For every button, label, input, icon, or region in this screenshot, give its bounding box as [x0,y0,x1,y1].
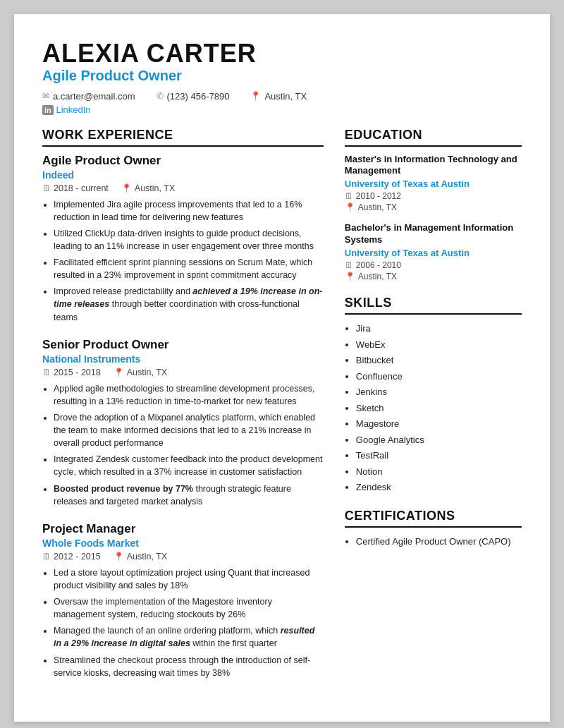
linkedin-link[interactable]: LinkedIn [56,104,90,115]
skill-bitbucket: Bitbucket [356,353,522,368]
bullet-3-4: Streamlined the checkout process through… [54,654,324,679]
job-period-2: 🗓 2015 - 2018 [42,368,101,377]
bullet-1-3: Facilitated efficient sprint planning se… [54,256,324,281]
bullet-1-1: Implemented Jira agile process improveme… [54,198,324,224]
edu-period-1: 🗓 2010 - 2012 [345,191,522,201]
job-block-3: Project Manager Whole Foods Market 🗓 201… [42,522,324,679]
skill-magestore: Magestore [356,417,522,431]
job-title-1: Agile Product Owner [42,154,324,168]
job-meta-1: 🗓 2018 - current 📍 Austin, TX [42,183,324,193]
left-column: WORK EXPERIENCE Agile Product Owner Inde… [42,128,324,693]
skill-zendesk: Zendesk [356,480,522,495]
candidate-name: ALEXIA CARTER [42,40,522,68]
work-experience-section-title: WORK EXPERIENCE [42,128,324,147]
job-bullets-1: Implemented Jira agile process improveme… [42,198,324,324]
right-column: EDUCATION Master's in Information Techno… [345,128,522,693]
email-item: ✉ a.carter@email.com [42,91,135,102]
edu-meta-1: 🗓 2010 - 2012 📍 Austin, TX [345,191,522,212]
email-icon: ✉ [42,91,49,101]
bullet-3-2: Oversaw the implementation of the Magest… [54,595,324,621]
emphasis-2: Boosted product revenue by 77% [54,484,193,494]
emphasis-3: resulted in a 29% increase in digital sa… [54,626,314,648]
skill-testrail: TestRail [356,449,522,463]
edu-meta-2: 🗓 2006 - 2010 📍 Austin, TX [345,260,522,281]
job-meta-2: 🗓 2015 - 2018 📍 Austin, TX [42,368,324,377]
job-company-1: Indeed [42,169,324,181]
bullet-2-4: Boosted product revenue by 77% through s… [54,483,324,508]
certifications-section-title: CERTIFICATIONS [345,509,522,528]
skill-confluence: Confluence [356,370,522,384]
job-block-1: Agile Product Owner Indeed 🗓 2018 - curr… [42,154,324,324]
skills-section-title: SKILLS [345,296,522,315]
job-location-1: 📍 Austin, TX [121,183,175,193]
location-icon: 📍 [250,91,261,101]
emphasis-1: achieved a 19% increase in on-time relea… [54,286,322,309]
phone-icon: ✆ [157,91,164,101]
bullet-3-1: Led a store layout optimization project … [54,566,324,592]
calendar-icon-3: 🗓 [42,552,51,562]
edu-period-2: 🗓 2006 - 2010 [345,260,522,270]
header: ALEXIA CARTER Agile Product Owner ✉ a.ca… [42,40,522,115]
job-bullets-2: Applied agile methodologies to streamlin… [42,382,324,508]
edu-degree-1: Master's in Information Technology and M… [345,154,522,178]
job-period-1: 🗓 2018 - current [42,183,109,193]
bullet-2-2: Drove the adoption of a Mixpanel analyti… [54,411,324,449]
job-location-2: 📍 Austin, TX [114,368,167,377]
skill-google-analytics: Google Analytics [356,433,522,447]
edu-block-1: Master's in Information Technology and M… [345,154,522,213]
job-location-3: 📍 Austin, TX [114,552,167,562]
skill-notion: Notion [356,465,522,479]
edu-school-2: University of Texas at Austin [345,248,522,258]
candidate-title: Agile Product Owner [42,68,522,84]
pin-icon-2: 📍 [114,368,124,377]
linkedin-row: in LinkedIn [42,104,522,115]
calendar-icon-1: 🗓 [42,183,51,193]
main-content: WORK EXPERIENCE Agile Product Owner Inde… [42,128,522,693]
job-meta-3: 🗓 2012 - 2015 📍 Austin, TX [42,552,324,562]
certifications-section: CERTIFICATIONS Certified Agile Product O… [345,509,522,549]
skill-jenkins: Jenkins [356,385,522,399]
contact-row: ✉ a.carter@email.com ✆ (123) 456-7890 📍 … [42,91,522,102]
edu-block-2: Bachelor's in Management Information Sys… [345,222,522,281]
skills-list: Jira WebEx Bitbucket Confluence Jenkins … [345,322,522,495]
email-value: a.carter@email.com [53,91,135,102]
skill-sketch: Sketch [356,401,522,415]
edu-pin-icon-1: 📍 [345,202,355,212]
job-title-3: Project Manager [42,522,324,536]
edu-cal-icon-2: 🗓 [345,260,353,270]
education-section-title: EDUCATION [345,128,522,147]
pin-icon-1: 📍 [121,183,132,193]
education-section: EDUCATION Master's in Information Techno… [345,128,522,282]
edu-location-1: 📍 Austin, TX [345,202,522,212]
bullet-1-4: Improved release predictability and achi… [54,285,324,323]
edu-cal-icon-1: 🗓 [345,191,353,201]
job-bullets-3: Led a store layout optimization project … [42,566,324,679]
edu-pin-icon-2: 📍 [345,272,355,281]
phone-item: ✆ (123) 456-7890 [157,91,230,102]
edu-degree-2: Bachelor's in Management Information Sys… [345,222,522,246]
skills-section: SKILLS Jira WebEx Bitbucket Confluence J… [345,296,522,495]
skill-webex: WebEx [356,338,522,352]
job-title-2: Senior Product Owner [42,338,324,352]
job-period-3: 🗓 2012 - 2015 [42,552,101,562]
bullet-3-3: Managed the launch of an online ordering… [54,624,324,650]
skill-jira: Jira [356,322,522,336]
bullet-1-2: Utilized ClickUp data-driven insights to… [54,227,324,253]
location-value: Austin, TX [264,91,307,102]
linkedin-icon: in [42,105,54,115]
calendar-icon-2: 🗓 [42,368,51,377]
job-company-3: Whole Foods Market [42,538,324,549]
phone-value: (123) 456-7890 [167,91,230,102]
location-item: 📍 Austin, TX [250,91,307,102]
edu-school-1: University of Texas at Austin [345,178,522,189]
job-company-2: National Instruments [42,353,324,365]
cert-capo: Certified Agile Product Owner (CAPO) [356,535,522,549]
bullet-2-3: Integrated Zendesk customer feedback int… [54,453,324,478]
edu-location-2: 📍 Austin, TX [345,272,522,281]
pin-icon-3: 📍 [114,552,124,562]
job-block-2: Senior Product Owner National Instrument… [42,338,324,508]
resume-container: ALEXIA CARTER Agile Product Owner ✉ a.ca… [14,14,550,722]
bullet-2-1: Applied agile methodologies to streamlin… [54,382,324,408]
cert-list: Certified Agile Product Owner (CAPO) [345,535,522,549]
